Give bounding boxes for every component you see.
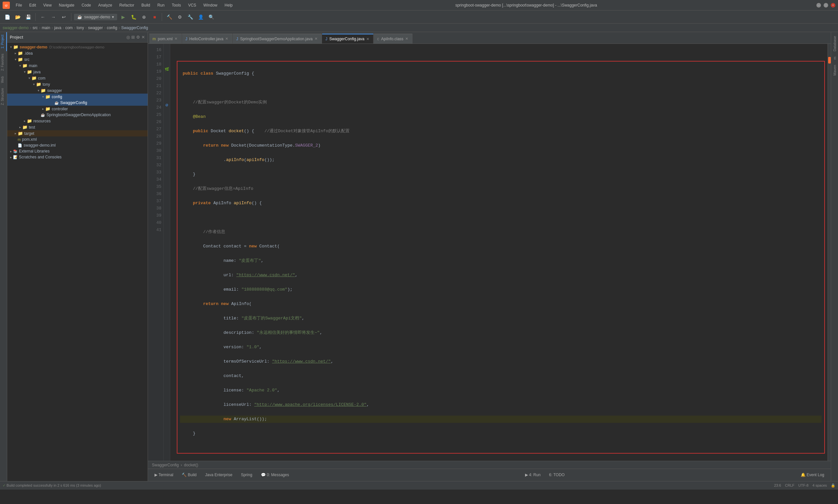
status-indent[interactable]: 4 spaces bbox=[813, 483, 827, 488]
menu-analyze[interactable]: Analyze bbox=[95, 2, 115, 8]
breadcrumb-com[interactable]: com bbox=[65, 25, 73, 30]
tab-swaggerconfig[interactable]: J SwaggerConfig.java ✕ bbox=[322, 34, 374, 43]
tab-hello[interactable]: J HelloController.java ✕ bbox=[182, 34, 232, 43]
bottom-tab-javaee[interactable]: Java Enterprise bbox=[201, 471, 236, 479]
save-button[interactable]: 💾 bbox=[23, 13, 33, 22]
bottom-tab-run[interactable]: ▶ 4: Run bbox=[521, 471, 545, 479]
tree-swagger[interactable]: ▾ 📁 swagger bbox=[7, 87, 148, 94]
panel-locate-icon[interactable]: ◎ bbox=[126, 35, 130, 40]
pom-tab-close[interactable]: ✕ bbox=[175, 37, 177, 41]
tree-root[interactable]: ▾ 📁 swagger-demo D:\code\springboot\swag… bbox=[7, 44, 148, 50]
breadcrumb-tony[interactable]: tony bbox=[76, 25, 84, 30]
tree-springboot-app[interactable]: ▸ ☕ SpringbootSwaggerDemoApplication bbox=[7, 112, 148, 118]
tree-resources[interactable]: ▸ 📁 resources bbox=[7, 118, 148, 124]
breadcrumb-class[interactable]: SwaggerConfig bbox=[121, 25, 148, 30]
sidebar-tab-favorites[interactable]: 2: Favorites bbox=[0, 51, 7, 73]
breadcrumb-project[interactable]: swagger-demo bbox=[3, 25, 29, 30]
tab-springboot-app[interactable]: J SpringbootSwaggerDemoApplication.java … bbox=[233, 34, 321, 43]
tree-controller[interactable]: ▸ 📁 controller bbox=[7, 106, 148, 112]
close-button[interactable]: ✕ bbox=[831, 3, 835, 7]
bottom-tab-spring[interactable]: Spring bbox=[237, 471, 256, 479]
minimize-button[interactable]: ─ bbox=[816, 3, 821, 7]
status-line-ending[interactable]: CRLF bbox=[785, 483, 795, 488]
menu-edit[interactable]: Edit bbox=[26, 2, 39, 8]
tree-java[interactable]: ▾ 📁 java bbox=[7, 69, 148, 75]
profile-button[interactable]: 👤 bbox=[196, 13, 205, 22]
bottom-tab-terminal[interactable]: ▶ Terminal bbox=[150, 471, 177, 479]
tree-iml[interactable]: ▸ 📄 swagger-demo.iml bbox=[7, 142, 148, 148]
scrollbar[interactable] bbox=[827, 44, 831, 461]
run-button[interactable]: ▶ bbox=[119, 13, 128, 22]
open-button[interactable]: 📂 bbox=[13, 13, 22, 22]
hello-tab-close[interactable]: ✕ bbox=[225, 37, 228, 41]
tree-swaggerconfig[interactable]: ▸ ☕ SwaggerConfig bbox=[7, 100, 148, 106]
status-encoding[interactable]: UTF-8 bbox=[798, 483, 808, 488]
settings-button[interactable]: ⚙ bbox=[175, 13, 184, 22]
sidebar-tab-web[interactable]: Web bbox=[0, 74, 7, 86]
tree-config[interactable]: ▾ 📁 config bbox=[7, 94, 148, 100]
impl-gutter-icon[interactable]: @ bbox=[165, 104, 168, 107]
bottom-tab-event-log[interactable]: 🔔 Event Log bbox=[797, 471, 828, 479]
tab-apiinfo[interactable]: c ApiInfo.class ✕ bbox=[374, 34, 412, 43]
menu-view[interactable]: View bbox=[40, 2, 55, 8]
debug-button[interactable]: 🐛 bbox=[129, 13, 138, 22]
menu-refactor[interactable]: Refactor bbox=[116, 2, 138, 8]
breadcrumb-src[interactable]: src bbox=[32, 25, 38, 30]
tree-pom[interactable]: ▸ m pom.xml bbox=[7, 137, 148, 142]
tree-src[interactable]: ▾ 📁 src bbox=[7, 56, 148, 62]
panel-settings-icon[interactable]: ⚙ bbox=[136, 35, 140, 40]
tree-external-libs[interactable]: ▸ 📚 External Libraries bbox=[7, 148, 148, 154]
run-config-selector[interactable]: ☕ swagger-demo ▾ bbox=[74, 14, 117, 20]
bottom-tab-messages[interactable]: 💬 0: Messages bbox=[257, 471, 293, 479]
springboot-tab-close[interactable]: ✕ bbox=[315, 37, 318, 41]
menu-window[interactable]: Window bbox=[200, 2, 221, 8]
menu-vcs[interactable]: VCS bbox=[185, 2, 200, 8]
recent-files-button[interactable]: ↩ bbox=[59, 13, 68, 22]
sdk-button[interactable]: 🔧 bbox=[185, 13, 195, 22]
tree-main[interactable]: ▾ 📁 main bbox=[7, 62, 148, 69]
menu-help[interactable]: Help bbox=[221, 2, 236, 8]
maximize-button[interactable]: □ bbox=[824, 3, 828, 7]
tree-idea[interactable]: ▸ 📁 .idea bbox=[7, 50, 148, 56]
bean-gutter-icon[interactable]: 🌿 bbox=[165, 67, 169, 71]
menu-code[interactable]: Code bbox=[78, 2, 94, 8]
back-button[interactable]: ← bbox=[38, 13, 48, 22]
forward-button[interactable]: → bbox=[49, 13, 58, 22]
panel-close-icon[interactable]: ✕ bbox=[141, 35, 145, 40]
breadcrumb-java[interactable]: java bbox=[54, 25, 61, 30]
swaggerconfig-tab-close[interactable]: ✕ bbox=[366, 37, 369, 41]
build-button[interactable]: 🔨 bbox=[165, 13, 174, 22]
menu-tools[interactable]: Tools bbox=[168, 2, 184, 8]
bottom-tab-build[interactable]: 🔨 Build bbox=[178, 471, 200, 479]
tree-test[interactable]: ▸ 📁 test bbox=[7, 124, 148, 130]
tree-com[interactable]: ▾ 📁 com bbox=[7, 75, 148, 81]
breadcrumb-swagger[interactable]: swagger bbox=[88, 25, 103, 30]
right-tab-m[interactable]: m bbox=[832, 54, 838, 62]
code-editor[interactable]: 16 17 18 19 20 21 22 23 24 25 26 27 28 2… bbox=[148, 44, 831, 461]
apiinfo-tab-close[interactable]: ✕ bbox=[405, 37, 408, 41]
tree-tony[interactable]: ▾ 📁 tony bbox=[7, 81, 148, 87]
bottom-breadcrumb-class[interactable]: SwaggerConfig bbox=[152, 463, 179, 467]
search-button[interactable]: 🔍 bbox=[207, 13, 216, 22]
new-file-button[interactable]: 📄 bbox=[3, 13, 12, 22]
stop-button[interactable]: ■ bbox=[150, 13, 159, 22]
right-tab-database[interactable]: Database bbox=[832, 33, 838, 54]
tab-pom[interactable]: m pom.xml ✕ bbox=[149, 34, 182, 43]
status-position[interactable]: 23:6 bbox=[774, 483, 781, 488]
sidebar-tab-project[interactable]: 1: Project bbox=[0, 32, 7, 51]
menu-navigate[interactable]: Navigate bbox=[56, 2, 77, 8]
bottom-tab-todo[interactable]: 6: TODO bbox=[545, 471, 569, 479]
run-with-coverage-button[interactable]: ⊕ bbox=[140, 13, 149, 22]
breadcrumb-config[interactable]: config bbox=[107, 25, 117, 30]
right-tab-maven[interactable]: Maven bbox=[832, 62, 838, 78]
panel-expand-icon[interactable]: ⊞ bbox=[131, 35, 135, 40]
tree-scratches[interactable]: ▸ 📝 Scratches and Consoles bbox=[7, 154, 148, 160]
bottom-breadcrumb-method[interactable]: docket() bbox=[184, 463, 198, 467]
sidebar-tab-structure[interactable]: Z: Structure bbox=[0, 86, 7, 108]
code-content[interactable]: public class SwaggerConfig { //配置swagger… bbox=[170, 44, 827, 461]
breadcrumb-main[interactable]: main bbox=[41, 25, 50, 30]
menu-file[interactable]: File bbox=[13, 2, 25, 8]
menu-build[interactable]: Build bbox=[138, 2, 154, 8]
tree-target[interactable]: ▸ 📁 target bbox=[7, 130, 148, 137]
menu-run[interactable]: Run bbox=[154, 2, 168, 8]
